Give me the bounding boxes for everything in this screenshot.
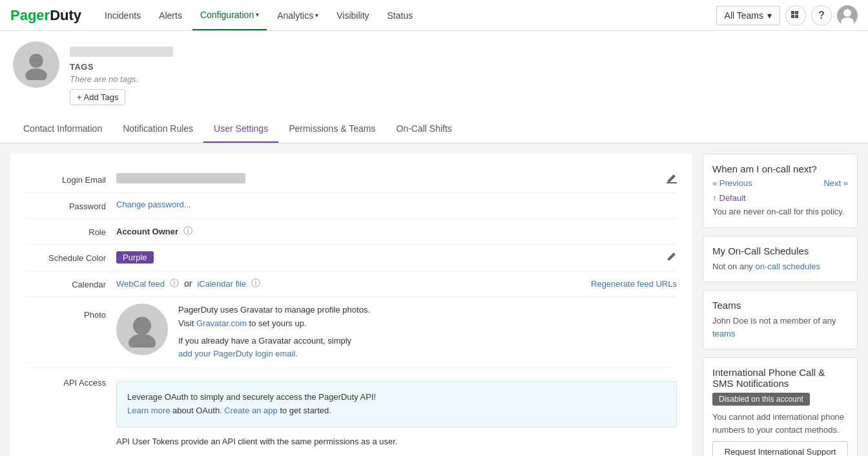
main-content: Login Email Password Change password... [0, 143, 868, 456]
webcal-link[interactable]: WebCal feed [116, 279, 165, 289]
role-text: Account Owner [116, 227, 178, 236]
content-area: Login Email Password Change password... [10, 154, 692, 456]
email-blur [116, 173, 245, 183]
svg-point-6 [29, 54, 43, 68]
api-token-section: API User Tokens provide an API client wi… [116, 428, 677, 456]
add-tags-button[interactable]: + Add Tags [70, 89, 125, 105]
api-oauth-links: Learn more about OAuth. Create an app to… [127, 404, 666, 418]
nav-analytics[interactable]: Analytics ▾ [269, 1, 326, 30]
svg-point-7 [25, 68, 47, 80]
chevron-down-icon: ▾ [256, 11, 259, 18]
teams-widget: Teams John Doe is not a member of any te… [703, 290, 858, 349]
previous-link[interactable]: « Previous [712, 178, 752, 188]
nav-incidents[interactable]: Incidents [97, 1, 149, 30]
gravatar-link[interactable]: Gravatar.com [196, 318, 247, 328]
nav-right: All Teams ▾ ? [716, 5, 858, 26]
api-token-text: API User Tokens provide an API client wi… [116, 435, 677, 449]
icalendar-link[interactable]: iCalendar file [197, 279, 246, 289]
photo-value: PagerDuty uses Gravatar to manage profil… [116, 304, 677, 361]
svg-rect-8 [666, 182, 677, 183]
edit-icon[interactable] [666, 173, 677, 186]
tabs-container: Contact Information Notification Rules U… [0, 116, 868, 143]
apps-grid-icon[interactable] [785, 5, 806, 26]
teams-dropdown[interactable]: All Teams ▾ [716, 6, 780, 25]
regenerate-feed-link[interactable]: Regenerate feed URLs [591, 279, 677, 289]
photo-section: PagerDuty uses Gravatar to manage profil… [116, 304, 370, 361]
tab-permissions-teams[interactable]: Permissions & Teams [278, 116, 386, 143]
schedule-color-label: Schedule Color [26, 251, 116, 263]
next-link[interactable]: Next » [823, 178, 848, 188]
no-tags-text: There are no tags. [70, 74, 855, 84]
schedule-color-value: Purple [116, 251, 666, 264]
edit-color-icon[interactable] [666, 251, 677, 264]
learn-more-link[interactable]: Learn more [127, 406, 170, 415]
password-row: Password Change password... [26, 193, 677, 219]
svg-rect-1 [795, 11, 798, 14]
create-app-link[interactable]: Create an app [224, 406, 277, 415]
svg-rect-0 [791, 11, 794, 14]
svg-point-5 [841, 17, 854, 26]
avatar [13, 41, 59, 88]
role-value: Account Owner ⓘ [116, 225, 677, 237]
nav-status[interactable]: Status [380, 1, 421, 30]
intl-text: You cannot add international phone numbe… [712, 411, 848, 436]
tab-on-call-shifts[interactable]: On-Call Shifts [386, 116, 462, 143]
schedules-text: Not on any on-call schedules [712, 260, 848, 273]
svg-rect-3 [795, 15, 798, 18]
svg-point-9 [133, 316, 151, 335]
tags-section: TAGS There are no tags. + Add Tags [70, 62, 855, 105]
request-international-support-button[interactable]: Request International Support [712, 441, 848, 456]
calendar-row: Calendar WebCal feed ⓘ or iCalendar file… [26, 271, 677, 297]
api-oauth-section: Leverage OAuth to simply and securely ac… [116, 381, 677, 428]
policy-text: You are never on-call for this policy. [712, 205, 848, 218]
info-icon[interactable]: ⓘ [183, 225, 192, 237]
chevron-down-icon: ▾ [767, 10, 772, 21]
nav-visibility[interactable]: Visibility [329, 1, 377, 30]
tab-contact-information[interactable]: Contact Information [13, 116, 112, 143]
nav-configuration[interactable]: Configuration ▾ [192, 1, 267, 30]
login-email-label: Login Email [26, 173, 116, 185]
pagerduty-logo: PagerDuty [10, 7, 81, 24]
oncall-title: When am I on-call next? [712, 163, 848, 174]
help-icon[interactable]: ? [811, 5, 832, 26]
or-text: or [184, 278, 192, 289]
ical-help-icon: ⓘ [251, 278, 260, 289]
tab-user-settings[interactable]: User Settings [203, 116, 278, 143]
tab-notification-rules[interactable]: Notification Rules [112, 116, 203, 143]
password-value: Change password... [116, 200, 677, 209]
teams-link[interactable]: teams [712, 329, 735, 338]
role-label: Role [26, 225, 116, 237]
api-oauth-text: Leverage OAuth to simply and securely ac… [127, 391, 666, 404]
intl-title: International Phone Call & SMS Notificat… [712, 367, 848, 389]
nav-links: Incidents Alerts Configuration ▾ Analyti… [97, 1, 716, 30]
tags-label: TAGS [70, 62, 855, 72]
profile-header: TAGS There are no tags. + Add Tags [0, 31, 868, 116]
oncall-nav: « Previous Next » [712, 178, 848, 188]
login-email-value [116, 173, 666, 183]
photo-row: Photo PagerDuty uses Gravatar to manage … [26, 297, 677, 368]
user-avatar[interactable] [837, 5, 858, 26]
status-badge: Disabled on this account [712, 393, 810, 406]
color-badge[interactable]: Purple [116, 251, 154, 264]
api-access-row: API Access Leverage OAuth to simply and … [26, 368, 677, 456]
policy-label[interactable]: Default [712, 193, 848, 203]
change-password-link[interactable]: Change password... [116, 200, 191, 209]
teams-widget-title: Teams [712, 300, 848, 311]
cal-help-icon: ⓘ [170, 278, 179, 289]
api-access-label: API Access [26, 376, 116, 388]
schedules-widget: My On-Call Schedules Not on any on-call … [703, 236, 858, 283]
oncall-next-widget: When am I on-call next? « Previous Next … [703, 154, 858, 228]
svg-point-4 [843, 9, 851, 17]
calendar-label: Calendar [26, 278, 116, 289]
login-email-row: Login Email [26, 167, 677, 193]
svg-point-10 [129, 334, 156, 347]
photo-label: Photo [26, 304, 116, 320]
role-row: Role Account Owner ⓘ [26, 219, 677, 245]
nav-alerts[interactable]: Alerts [151, 1, 190, 30]
teams-text: John Doe is not a member of any teams [712, 315, 848, 340]
add-email-link[interactable]: add your PagerDuty login email. [178, 349, 298, 358]
svg-rect-2 [791, 15, 794, 18]
on-call-schedules-link[interactable]: on-call schedules [756, 262, 820, 271]
calendar-value: WebCal feed ⓘ or iCalendar file ⓘ Regene… [116, 278, 677, 289]
photo-instructions: PagerDuty uses Gravatar to manage profil… [178, 304, 370, 361]
